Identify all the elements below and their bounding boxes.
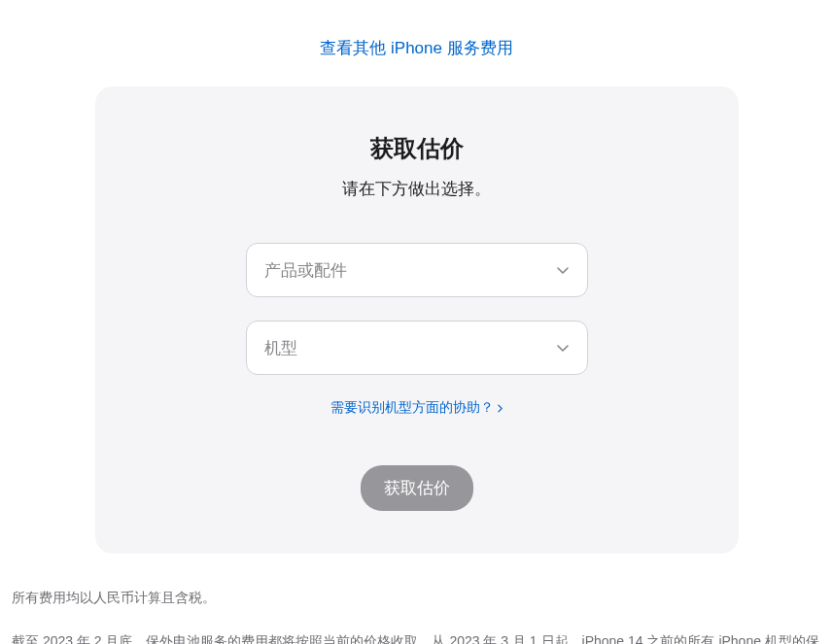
product-select[interactable]: 产品或配件 <box>246 243 588 297</box>
footer-notes: 所有费用均以人民币计算且含税。 截至 2023 年 2 月底，保外电池服务的费用… <box>0 554 833 644</box>
product-select-placeholder: 产品或配件 <box>264 259 347 282</box>
model-select-placeholder: 机型 <box>264 337 297 359</box>
card-subtitle: 请在下方做出选择。 <box>134 178 700 200</box>
other-services-link[interactable]: 查看其他 iPhone 服务费用 <box>0 0 833 86</box>
chevron-down-icon <box>556 263 570 277</box>
estimate-card: 获取估价 请在下方做出选择。 产品或配件 机型 需要识别机型方面的协助？ 获取估… <box>95 86 739 554</box>
footer-line-2: 截至 2023 年 2 月底，保外电池服务的费用都将按照当前的价格收取。从 20… <box>12 628 821 644</box>
chevron-down-icon <box>556 341 570 355</box>
footer-line-1: 所有费用均以人民币计算且含税。 <box>12 585 821 611</box>
get-estimate-button[interactable]: 获取估价 <box>361 465 473 511</box>
chevron-right-icon <box>498 404 503 413</box>
model-select[interactable]: 机型 <box>246 321 588 375</box>
card-title: 获取估价 <box>134 133 700 164</box>
help-link-text: 需要识别机型方面的协助？ <box>330 399 494 417</box>
model-help-link[interactable]: 需要识别机型方面的协助？ <box>330 399 503 417</box>
